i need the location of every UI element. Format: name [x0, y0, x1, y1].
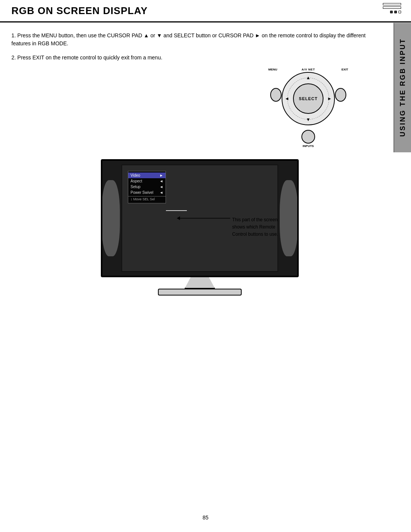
arrow-up-icon[interactable]: ▲ — [306, 75, 311, 80]
menu-button[interactable] — [270, 88, 282, 102]
remote-button-row: ▲ ▼ ◄ ► SELECT — [266, 72, 350, 125]
svg-marker-1 — [177, 216, 180, 220]
step-2: 2. Press EXIT on the remote control to q… — [11, 54, 381, 62]
callout-text-block: This part of the screen shows which Remo… — [232, 216, 278, 238]
osd-item-power-swivel: Power Swivel ◄ — [128, 190, 166, 195]
step-1: 1. Press the MENU button, then use the C… — [11, 32, 381, 48]
osd-item-power-swivel-arrow: ◄ — [159, 190, 163, 195]
sidebar-tab-label: USING THE RGB INPUT — [399, 38, 407, 137]
monitor-wrapper: Video ► Aspect ◄ Setup ◄ Power Swivel — [101, 159, 299, 296]
arrow-right-icon[interactable]: ► — [327, 96, 332, 101]
step-2-full: 2. Press EXIT on the remote control to q… — [11, 54, 381, 62]
osd-item-aspect: Aspect ◄ — [128, 178, 166, 184]
arrow-left-icon[interactable]: ◄ — [285, 96, 289, 101]
osd-item-aspect-arrow: ◄ — [159, 179, 163, 183]
osd-item-video: Video ► — [128, 173, 166, 178]
callout-text-line1: This part of the screen — [232, 216, 278, 224]
callout-line — [166, 210, 187, 211]
header-icon — [378, 3, 401, 18]
osd-item-setup: Setup ◄ — [128, 184, 166, 190]
step-1-full: 1. Press the MENU button, then use the C… — [11, 32, 381, 48]
callout-arrow-svg — [177, 212, 234, 224]
arrow-down-icon[interactable]: ▼ — [306, 117, 311, 122]
label-menu: MENU — [268, 68, 277, 71]
remote-diagram-area: MENU A/V NET EXIT ▲ ▼ ◄ ► — [11, 68, 381, 148]
osd-item-aspect-label: Aspect — [131, 179, 142, 183]
page-header: RGB ON SCREEN DISPLAY — [0, 0, 411, 22]
osd-item-video-label: Video — [131, 173, 140, 177]
osd-bottom-bar: ↕ Move SEL Sel — [128, 196, 166, 202]
cursor-pad: ▲ ▼ ◄ ► SELECT — [282, 72, 335, 125]
osd-bottom-text: ↕ Move SEL Sel — [131, 197, 155, 201]
osd-item-power-swivel-label: Power Swivel — [131, 190, 153, 195]
inputs-button[interactable] — [301, 130, 315, 144]
page-title: RGB ON SCREEN DISPLAY — [11, 5, 378, 17]
page-number: 85 — [202, 514, 209, 521]
remote-control-diagram: MENU A/V NET EXIT ▲ ▼ ◄ ► — [266, 68, 350, 148]
inputs-button-wrap: INPUTS — [266, 127, 350, 148]
label-exit: EXIT — [341, 68, 348, 71]
osd-item-setup-label: Setup — [131, 185, 140, 189]
monitor-area: Video ► Aspect ◄ Setup ◄ Power Swivel — [11, 159, 381, 296]
main-content: 1. Press the MENU button, then use the C… — [0, 22, 411, 305]
monitor-stand — [101, 277, 299, 296]
pad-outer-ring: ▲ ▼ ◄ ► SELECT — [282, 72, 335, 125]
remote-top-labels: MENU A/V NET EXIT — [266, 68, 350, 71]
stand-neck — [185, 277, 215, 289]
select-button[interactable]: SELECT — [293, 83, 323, 114]
osd-item-video-arrow: ► — [159, 173, 163, 177]
exit-button[interactable] — [335, 88, 346, 102]
callout-text-line2: shows which Remote — [232, 224, 278, 231]
callout-text-line3: Control buttons to use. — [232, 231, 278, 238]
osd-menu: Video ► Aspect ◄ Setup ◄ Power Swivel — [128, 171, 166, 203]
label-avnet: A/V NET — [301, 68, 315, 71]
callout-container — [166, 210, 187, 211]
select-label: SELECT — [299, 96, 317, 101]
stand-base — [158, 289, 242, 296]
label-inputs: INPUTS — [303, 144, 314, 148]
osd-item-setup-arrow: ◄ — [159, 185, 163, 189]
sidebar-tab: USING THE RGB INPUT — [393, 23, 411, 152]
